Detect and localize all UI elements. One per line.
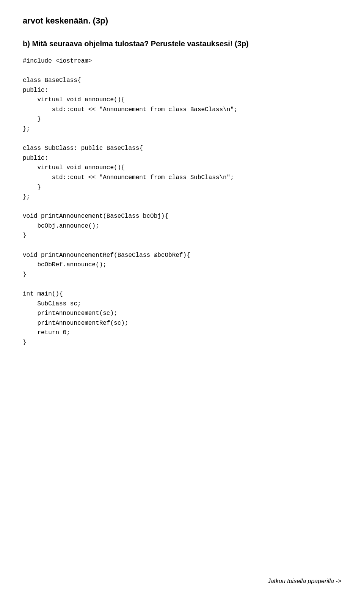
page-content: arvot keskenään. (3p) b) Mitä seuraava o…: [0, 0, 364, 378]
page-heading: arvot keskenään. (3p): [23, 15, 341, 27]
code-block: #include <iostream> class BaseClass{ pub…: [23, 57, 341, 348]
footer-note: Jatkuu toisella ppaperilla ->: [268, 578, 341, 585]
section-b-label: b) Mitä seuraava ohjelma tulostaa? Perus…: [23, 38, 341, 49]
